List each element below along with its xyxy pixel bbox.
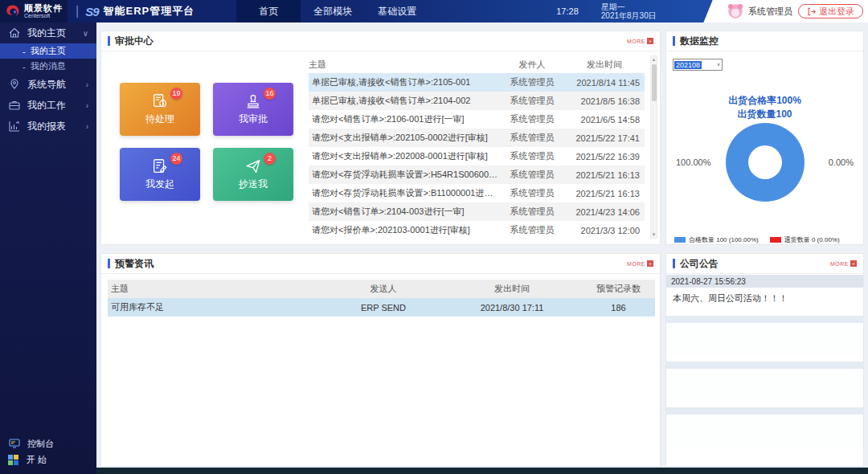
- legend-swatch-return: [770, 237, 781, 243]
- approval-more-button[interactable]: MORE +: [627, 38, 653, 44]
- announcement-empty-slot: [666, 369, 863, 401]
- announcement-content[interactable]: 本周六、周日公司活动！！！: [666, 288, 863, 309]
- legend-label: 退货数量 0 (0.00%): [784, 235, 840, 244]
- alerts-panel: 预警资讯 MORE + 主题 发送人 发出时间 预警记录数 可用库存不足 ERP…: [100, 253, 661, 467]
- paper-plane-icon: [244, 157, 262, 175]
- sidebar-subitem-my-messages[interactable]: - 我的消息: [0, 59, 96, 74]
- tile-initiated-by-me[interactable]: 24 我发起: [120, 148, 200, 201]
- approval-row[interactable]: 请您对<支出报销单>:202105-0002进行[审核]系统管理员2021/5/…: [309, 129, 645, 147]
- logout-icon: [807, 7, 816, 16]
- col-subject: 主题: [108, 283, 321, 295]
- chart-legend: 合格数量 100 (100.00%) 退货数量 0 (0.00%): [674, 235, 840, 244]
- announcement-timestamp: 2021-08-27 15:56:23: [666, 275, 863, 288]
- data-monitor-panel: 数据监控 202108 ˅ 出货合格率100% 出货数量100 100.00% …: [665, 31, 864, 245]
- alert-row[interactable]: 可用库存不足 ERP SEND 2021/8/30 17:11 186: [108, 298, 655, 317]
- approval-row[interactable]: 请您对<支出报销单>:202008-0001进行[审核]系统管理员2021/5/…: [309, 147, 645, 165]
- legend-swatch-pass: [674, 237, 686, 243]
- donut-chart[interactable]: [726, 123, 805, 202]
- legend-entry-return: 退货数量 0 (0.00%): [770, 235, 840, 244]
- approval-row[interactable]: 单据已审核,请接收<销售订单>:2105-001系统管理员2021/8/14 1…: [309, 73, 645, 92]
- announcement-empty-slot: [666, 415, 863, 447]
- sidebar-item-label: 我的主页: [27, 27, 66, 40]
- scroll-down-icon[interactable]: ▼: [651, 232, 657, 237]
- user-avatar[interactable]: [728, 4, 743, 18]
- approval-table: 主题 发件人 发出时间 单据已审核,请接收<销售订单>:2105-001系统管理…: [309, 55, 645, 239]
- sidebar-item-label: 系统导航: [27, 78, 66, 92]
- sidebar-item-system-nav[interactable]: 系统导航 ›: [0, 74, 96, 95]
- stamp-icon: [244, 92, 262, 110]
- announcement-empty-slot: [666, 323, 863, 355]
- chevron-down-icon: ∨: [83, 29, 88, 38]
- chevron-right-icon: ›: [86, 101, 88, 110]
- approval-table-header: 主题 发件人 发出时间: [309, 55, 645, 73]
- legend-entry-pass: 合格数量 100 (100.00%): [674, 235, 759, 244]
- console-icon: [8, 437, 21, 450]
- approval-row[interactable]: 请您对<存货浮动耗损率设置>:H54R1S006002进行[审核]系统管理员20…: [309, 165, 645, 184]
- approval-table-scrollbar[interactable]: ▲ ▼: [650, 55, 657, 239]
- col-sender: 发件人: [500, 59, 564, 71]
- subitem-dash: -: [23, 47, 26, 56]
- approval-table-body: 单据已审核,请接收<销售订单>:2105-001系统管理员2021/8/14 1…: [309, 73, 645, 239]
- clock-date: 星期一 2021年8月30日: [601, 2, 657, 20]
- tab-all-modules[interactable]: 全部模块: [301, 0, 365, 22]
- console-label: 控制台: [27, 438, 54, 450]
- pie-right-label: 0.00%: [829, 157, 854, 167]
- approval-row[interactable]: 请您对<销售订单>:2104-003进行[一审]系统管理员2021/4/23 1…: [309, 202, 645, 221]
- company-logo: 顺景软件 Centersoft: [0, 0, 68, 22]
- logo-divider: |: [76, 4, 79, 18]
- panel-title: 数据监控: [673, 35, 719, 48]
- col-sent-time: 发出时间: [564, 59, 645, 71]
- approval-tiles: 19 待处理 16 我审批 24 我发起 2 抄送我: [120, 83, 293, 201]
- start-label: 开 始: [27, 454, 47, 466]
- logo-subtitle: Centersoft: [24, 13, 63, 19]
- cc-badge: 2: [264, 153, 276, 165]
- pending-badge: 19: [170, 88, 182, 100]
- approval-row[interactable]: 单据已审核,请接收<销售订单>:2104-002系统管理员2021/8/5 16…: [309, 92, 645, 110]
- bottom-strip: [96, 468, 868, 474]
- announcement-empty-slot: [666, 407, 863, 415]
- weekday-label: 星期一: [601, 2, 657, 11]
- announcements-more-button[interactable]: MORE +: [830, 260, 857, 267]
- sidebar-item-my-home[interactable]: 我的主页 ∨: [0, 22, 96, 43]
- sidebar-subitem-label: 我的消息: [31, 60, 66, 72]
- alerts-table-header: 主题 发送人 发出时间 预警记录数: [108, 280, 655, 298]
- approval-row[interactable]: 请您对<销售订单>:2106-001进行[一审]系统管理员2021/6/5 14…: [309, 110, 645, 129]
- sidebar-item-my-work[interactable]: 我的工作 ›: [0, 95, 96, 116]
- alerts-table: 主题 发送人 发出时间 预警记录数 可用库存不足 ERP SEND 2021/8…: [108, 280, 655, 317]
- product-logo: S9: [85, 5, 98, 18]
- period-select[interactable]: 202108 ˅: [673, 59, 723, 71]
- top-bar: 顺景软件 Centersoft | S9 智能ERP管理平台 首页 全部模块 基…: [0, 0, 868, 22]
- scroll-up-icon[interactable]: ▲: [651, 57, 657, 62]
- approval-row[interactable]: 请您对<存货浮动耗损率设置>:B11000001进行[审核]系统管理员2021/…: [309, 184, 645, 202]
- legend-label: 合格数量 100 (100.00%): [689, 235, 759, 244]
- tile-label: 待处理: [145, 112, 174, 126]
- tab-home[interactable]: 首页: [236, 0, 301, 22]
- tile-label: 我发起: [145, 178, 174, 191]
- navigation-icon: [8, 78, 21, 91]
- pass-rate-label: 出货合格率100%: [666, 94, 863, 108]
- sidebar-item-my-reports[interactable]: 我的报表 ›: [0, 116, 96, 137]
- approval-row[interactable]: 请您对<报价单>:202103-0001进行[审核]系统管理员2021/3/3 …: [309, 221, 645, 239]
- document-edit-icon: [151, 157, 169, 175]
- console-button[interactable]: 控制台: [0, 435, 96, 452]
- tile-label: 我审批: [239, 112, 268, 126]
- alerts-more-button[interactable]: MORE +: [627, 260, 653, 267]
- date-label: 2021年8月30日: [601, 11, 657, 20]
- donut-chart-area: 100.00% 0.00%: [666, 123, 863, 211]
- logout-button[interactable]: 退出登录: [798, 4, 863, 18]
- scrollbar-thumb[interactable]: [652, 64, 657, 101]
- sidebar-subitem-my-home[interactable]: - 我的主页: [0, 43, 96, 59]
- report-icon: [8, 120, 21, 133]
- period-value: 202108: [674, 61, 702, 69]
- announcement-empty-slot: [666, 362, 863, 369]
- col-sent-time: 发出时间: [442, 283, 579, 295]
- tab-base-settings[interactable]: 基础设置: [365, 0, 429, 22]
- start-button[interactable]: 开 始: [0, 452, 96, 468]
- shipment-count-label: 出货数量100: [666, 108, 863, 121]
- panel-title: 审批中心: [108, 35, 154, 48]
- tile-pending[interactable]: 19 待处理: [120, 83, 200, 136]
- more-label: MORE: [830, 261, 849, 267]
- app-title: 智能ERP管理平台: [104, 4, 195, 18]
- tile-cc-to-me[interactable]: 2 抄送我: [213, 148, 293, 201]
- tile-my-approvals[interactable]: 16 我审批: [213, 83, 293, 136]
